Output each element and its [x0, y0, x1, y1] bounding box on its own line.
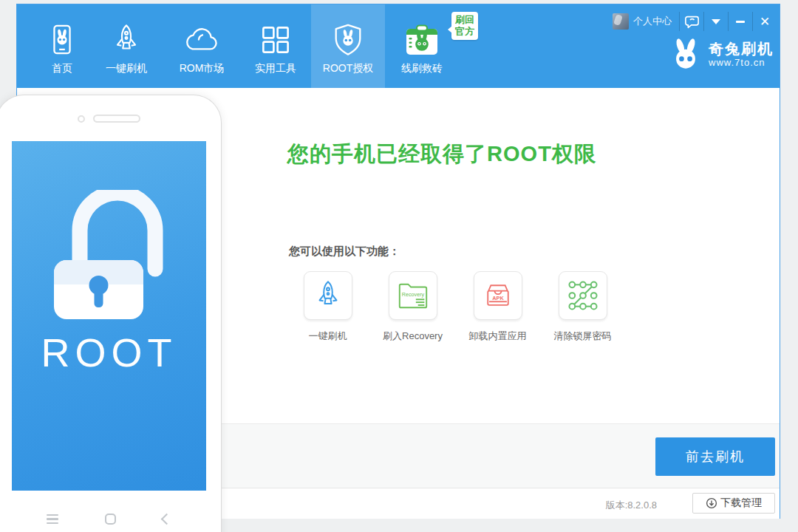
toolbox-rabbit-icon [404, 21, 440, 58]
features-subtitle: 您可以使用以下功能： [289, 245, 400, 259]
feedback-chat-icon[interactable] [681, 12, 702, 31]
rabbit-logo-icon [669, 37, 703, 71]
feature-one-key-flash[interactable]: 一键刷机 [290, 271, 365, 343]
close-icon[interactable]: ✕ [754, 12, 775, 31]
tab-home[interactable]: 首页 [35, 4, 89, 88]
tools-grid-icon [260, 21, 291, 58]
feature-uninstall-apps[interactable]: APK 卸载内置应用 [460, 271, 535, 343]
page-title: 您的手机已经取得了ROOT权限 [268, 140, 615, 169]
home-phone-rabbit-icon [45, 21, 79, 58]
go-flash-button[interactable]: 前去刷机 [655, 437, 775, 476]
phone-nav-bar [0, 514, 221, 525]
apk-icon-text: APK [492, 295, 504, 301]
tab-label: ROOT授权 [323, 62, 373, 75]
phone-mockup: ROOT [0, 95, 222, 532]
titlebar-divider [703, 12, 704, 31]
brand-url: www.7to.cn [709, 57, 774, 68]
tab-label: 一键刷机 [106, 62, 147, 75]
feature-label: 刷入Recovery [383, 330, 443, 343]
root-label: ROOT [12, 330, 206, 375]
phone-screen: ROOT [12, 141, 206, 491]
rocket-icon [109, 21, 143, 58]
brand-logo: 奇兔刷机 www.7to.cn [669, 37, 774, 71]
version-label: 版本:8.2.0.8 [606, 499, 657, 512]
tab-label: 线刷救砖 [401, 62, 443, 75]
shield-rabbit-icon [331, 21, 365, 58]
tab-one-key-flash[interactable]: 一键刷机 [89, 4, 163, 88]
download-label: 下载管理 [720, 497, 762, 510]
titlebar-divider [728, 12, 729, 31]
user-center-link[interactable]: 个人中心 [633, 15, 672, 28]
tab-label: 首页 [52, 62, 72, 75]
home-icon [105, 514, 116, 525]
speaker-slot [93, 115, 140, 123]
tab-brick-rescue[interactable]: 线刷救砖 刷回官方 [385, 4, 459, 88]
main-nav: 首页 一键刷机 [35, 4, 459, 88]
download-icon [706, 497, 717, 509]
tab-utilities[interactable]: 实用工具 [240, 4, 311, 88]
pattern-lock-icon [559, 271, 607, 320]
tab-label: ROM市场 [180, 62, 225, 75]
menu-icon [47, 514, 58, 525]
tab-root-authorize[interactable]: ROOT授权 [311, 4, 385, 88]
titlebar-divider [752, 12, 753, 31]
recovery-icon-text: Recovery [401, 292, 424, 298]
tab-rom-market[interactable]: ROM市场 [163, 4, 240, 88]
minimize-icon[interactable] [730, 12, 751, 31]
avatar[interactable] [613, 13, 629, 30]
brand-name: 奇兔刷机 [709, 41, 774, 57]
unlock-padlock-icon [12, 190, 206, 323]
back-icon [161, 514, 173, 525]
cloud-icon [183, 21, 220, 58]
titlebar-controls: 个人中心 ✕ [610, 11, 775, 32]
phone-earpiece [0, 115, 221, 123]
recovery-folder-icon: Recovery [389, 271, 437, 320]
rocket-icon [304, 271, 352, 320]
apk-box-icon: APK [474, 271, 522, 320]
header: 首页 一键刷机 [17, 4, 780, 88]
titlebar-divider [679, 12, 680, 31]
feature-label: 卸载内置应用 [469, 330, 527, 343]
feature-clear-lockscreen[interactable]: 清除锁屏密码 [545, 271, 620, 343]
official-rom-badge: 刷回官方 [451, 12, 478, 40]
tab-label: 实用工具 [255, 62, 296, 75]
feature-label: 清除锁屏密码 [554, 330, 612, 343]
feature-label: 一键刷机 [309, 330, 347, 343]
download-manager-button[interactable]: 下载管理 [692, 493, 775, 514]
camera-dot [78, 115, 85, 123]
menu-caret-icon[interactable] [706, 12, 726, 31]
feature-flash-recovery[interactable]: Recovery 刷入Recovery [375, 271, 450, 343]
feature-list: 一键刷机 Recovery 刷入Recovery AP [290, 271, 630, 343]
